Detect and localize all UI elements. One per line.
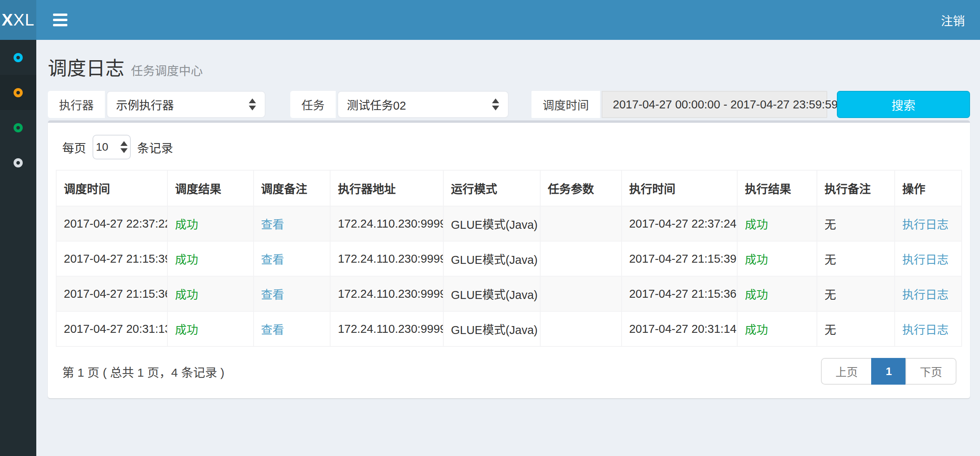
- handle-msg-cell: 无: [817, 276, 895, 311]
- app-logo[interactable]: XXL: [0, 0, 36, 40]
- sidebar: [0, 40, 36, 456]
- col-handle-result: 执行结果: [737, 170, 817, 206]
- log-list-box: 每页 10 条记录 调度时间 调度结果 调度备注 执行器地址 运行模式 任务参数…: [48, 120, 970, 398]
- handle-time-cell: 2017-04-27 22:37:24: [622, 206, 737, 241]
- handle-result-text: 成功: [745, 218, 768, 231]
- pagination: 上页 1 下页: [821, 358, 956, 385]
- col-trigger-time: 调度时间: [56, 170, 167, 206]
- prev-page-button[interactable]: 上页: [821, 358, 872, 385]
- trigger-time-cell: 2017-04-27 20:31:13: [56, 311, 167, 346]
- table-row: 2017-04-27 21:15:39 成功 查看 172.24.110.230…: [56, 241, 962, 276]
- executor-select-value: 示例执行器: [116, 96, 242, 113]
- job-select-value: 测试任务02: [347, 96, 485, 113]
- schedule-time-range-input[interactable]: 2017-04-27 00:00:00 - 2017-04-27 23:59:5…: [602, 91, 827, 118]
- table-footer: 第 1 页 ( 总共 1 页，4 条记录 ) 上页 1 下页: [62, 358, 962, 385]
- handle-msg-cell: 无: [817, 241, 895, 276]
- circle-icon: [14, 123, 23, 132]
- trigger-result-text: 成功: [175, 289, 198, 301]
- handle-time-cell: 2017-04-27 21:15:36: [622, 276, 737, 311]
- sidebar-item-3[interactable]: [0, 110, 36, 145]
- handle-result-text: 成功: [745, 289, 768, 301]
- next-page-button[interactable]: 下页: [905, 358, 956, 385]
- job-param-cell: [540, 206, 622, 241]
- job-param-cell: [540, 241, 622, 276]
- filter-toolbar: 执行器 示例执行器 任务 测试任务02 调度时间 2017-04-27 00:0…: [48, 91, 970, 118]
- select-arrows-icon: [492, 98, 499, 110]
- job-label: 任务: [290, 91, 336, 118]
- page-title: 调度日志: [48, 58, 124, 79]
- sidebar-toggle-button[interactable]: [47, 8, 73, 32]
- page-size-suffix: 条记录: [137, 138, 173, 156]
- handle-msg-cell: 无: [817, 206, 895, 241]
- table-row: 2017-04-27 20:31:13 成功 查看 172.24.110.230…: [56, 311, 962, 346]
- glue-type-cell: GLUE模式(Java): [443, 311, 540, 346]
- logo-text-light: XL: [13, 10, 34, 29]
- circle-icon: [14, 53, 23, 62]
- exec-log-link[interactable]: 执行日志: [902, 218, 949, 231]
- view-trigger-msg-link[interactable]: 查看: [261, 324, 284, 336]
- logout-link[interactable]: 注销: [926, 0, 980, 40]
- schedule-time-label: 调度时间: [531, 91, 600, 118]
- search-button[interactable]: 搜索: [837, 91, 970, 118]
- col-glue-type: 运行模式: [443, 170, 540, 206]
- content-header: 调度日志 任务调度中心: [48, 51, 970, 91]
- page-size-prefix: 每页: [62, 138, 86, 156]
- executor-select[interactable]: 示例执行器: [106, 91, 266, 118]
- executor-address-cell: 172.24.110.230:9999: [330, 311, 443, 346]
- view-trigger-msg-link[interactable]: 查看: [261, 289, 284, 301]
- page-size-value: 10: [96, 141, 108, 153]
- trigger-time-cell: 2017-04-27 22:37:22: [56, 206, 167, 241]
- sidebar-item-4[interactable]: [0, 145, 36, 180]
- page-size-row: 每页 10 条记录: [62, 135, 962, 159]
- main-content: 调度日志 任务调度中心 执行器 示例执行器 任务 测试任务02 调度时间 201…: [36, 40, 980, 456]
- select-arrows-icon: [120, 141, 128, 153]
- view-trigger-msg-link[interactable]: 查看: [261, 218, 284, 231]
- exec-log-link[interactable]: 执行日志: [902, 254, 949, 266]
- select-arrows-icon: [249, 98, 256, 110]
- trigger-result-text: 成功: [175, 254, 198, 266]
- hamburger-icon: [53, 14, 67, 16]
- col-action: 操作: [895, 170, 962, 206]
- top-navbar: XXL 注销: [0, 0, 980, 40]
- glue-type-cell: GLUE模式(Java): [443, 206, 540, 241]
- job-param-cell: [540, 311, 622, 346]
- executor-label: 执行器: [48, 91, 105, 118]
- glue-type-cell: GLUE模式(Java): [443, 241, 540, 276]
- handle-result-text: 成功: [745, 254, 768, 266]
- circle-icon: [14, 88, 23, 97]
- trigger-result-text: 成功: [175, 324, 198, 336]
- exec-log-link[interactable]: 执行日志: [902, 324, 949, 336]
- page-size-select[interactable]: 10: [92, 135, 131, 159]
- trigger-time-cell: 2017-04-27 21:15:36: [56, 276, 167, 311]
- executor-address-cell: 172.24.110.230:9999: [330, 241, 443, 276]
- col-trigger-msg: 调度备注: [254, 170, 331, 206]
- sidebar-menu: [0, 40, 36, 180]
- page-subtitle: 任务调度中心: [131, 64, 203, 77]
- handle-time-cell: 2017-04-27 21:15:39: [622, 241, 737, 276]
- table-row: 2017-04-27 21:15:36 成功 查看 172.24.110.230…: [56, 276, 962, 311]
- logo-text-bold: X: [2, 10, 13, 29]
- col-trigger-result: 调度结果: [167, 170, 254, 206]
- col-job-param: 任务参数: [540, 170, 622, 206]
- trigger-time-cell: 2017-04-27 21:15:39: [56, 241, 167, 276]
- handle-result-text: 成功: [745, 324, 768, 336]
- view-trigger-msg-link[interactable]: 查看: [261, 254, 284, 266]
- sidebar-item-1[interactable]: [0, 40, 36, 75]
- trigger-result-text: 成功: [175, 218, 198, 231]
- page-1-button[interactable]: 1: [871, 358, 906, 385]
- col-handle-time: 执行时间: [622, 170, 737, 206]
- circle-icon: [14, 158, 23, 167]
- exec-log-link[interactable]: 执行日志: [902, 289, 949, 301]
- handle-time-cell: 2017-04-27 20:31:14: [622, 311, 737, 346]
- col-address: 执行器地址: [330, 170, 443, 206]
- glue-type-cell: GLUE模式(Java): [443, 276, 540, 311]
- col-handle-msg: 执行备注: [817, 170, 895, 206]
- table-row: 2017-04-27 22:37:22 成功 查看 172.24.110.230…: [56, 206, 962, 241]
- handle-msg-cell: 无: [817, 311, 895, 346]
- job-select[interactable]: 测试任务02: [337, 91, 509, 118]
- table-header-row: 调度时间 调度结果 调度备注 执行器地址 运行模式 任务参数 执行时间 执行结果…: [56, 170, 962, 206]
- job-param-cell: [540, 276, 622, 311]
- sidebar-item-2-active[interactable]: [0, 75, 36, 110]
- pagination-summary: 第 1 页 ( 总共 1 页，4 条记录 ): [62, 363, 224, 380]
- dispatch-log-table: 调度时间 调度结果 调度备注 执行器地址 运行模式 任务参数 执行时间 执行结果…: [56, 170, 962, 347]
